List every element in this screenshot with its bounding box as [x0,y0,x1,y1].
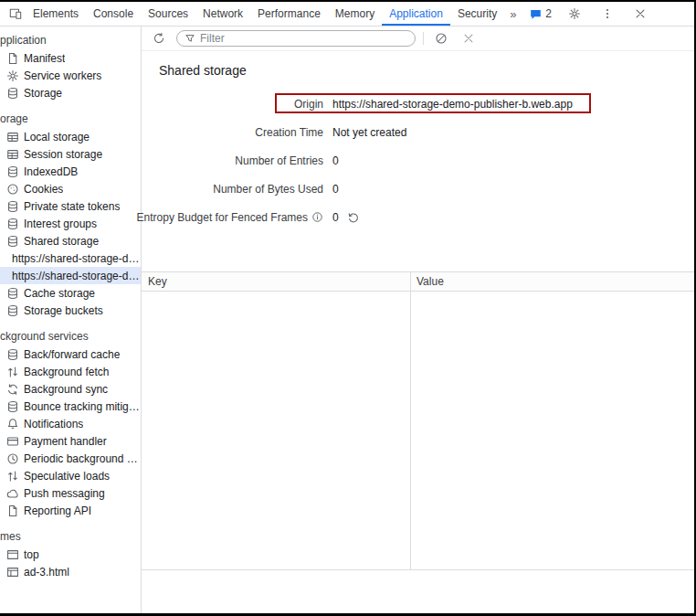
cookie-icon [6,183,19,196]
sidebar-section: pplicationManifestService workersStorage [0,32,141,101]
gear-icon [568,7,581,20]
sidebar-item-push-messaging[interactable]: Push messaging [0,484,141,502]
report-fields: Originhttps://shared-storage-demo-publis… [142,90,694,231]
tab-elements[interactable]: Elements [26,2,86,26]
sidebar-item-label: Cache storage [24,287,95,300]
filter-input[interactable]: Filter [176,30,416,47]
sidebar-item-label: Notifications [24,418,83,430]
tab-application[interactable]: Application [382,2,450,26]
tab-performance[interactable]: Performance [250,2,328,26]
column-divider [410,272,411,569]
sidebar-item-storage[interactable]: Storage [0,84,141,101]
sidebar-item-bounce-tracking-mitiga[interactable]: Bounce tracking mitiga… [0,398,141,415]
sidebar-item-label: Manifest [24,52,65,65]
issues-badge[interactable]: 2 [530,7,552,20]
sidebar-item-label: ad-3.html [24,566,69,579]
sidebar-item-speculative-loads[interactable]: Speculative loads [0,467,141,484]
shared-storage-toolbar: Filter [142,27,694,51]
sidebar-item-label: Payment handler [24,435,107,448]
updown-icon [6,470,19,483]
sidebar-item-ad-3-html[interactable]: ad-3.html [0,563,141,580]
close-devtools-button[interactable] [630,4,650,24]
sidebar-item-label: Service workers [24,69,101,82]
column-header-key[interactable]: Key [142,272,410,291]
main-menu-button[interactable] [597,4,617,24]
field-row-creation-time: Creation TimeNot yet created [142,118,694,146]
cloud-icon [6,487,19,500]
tab-console[interactable]: Console [86,2,141,26]
reset-budget-icon[interactable] [347,211,360,224]
tab-sources[interactable]: Sources [141,2,195,26]
sidebar-item-session-storage[interactable]: Session storage [0,145,141,163]
sidebar-item-label: Cookies [24,183,63,196]
tab-memory[interactable]: Memory [328,2,382,26]
delete-all-button[interactable] [431,28,451,48]
sidebar-item-cache-storage[interactable]: Cache storage [0,284,141,302]
sidebar-item-service-workers[interactable]: Service workers [0,67,141,84]
info-icon[interactable] [311,211,323,223]
table-body-empty [142,292,694,569]
settings-button[interactable] [564,4,585,24]
database-icon [6,348,19,361]
sidebar-item-manifest[interactable]: Manifest [0,49,141,67]
more-tabs-button[interactable]: » [504,2,522,26]
database-icon [6,218,19,230]
database-icon [6,304,19,317]
sidebar-item-notifications[interactable]: Notifications [0,415,141,432]
sidebar-item-shared-storage[interactable]: Shared storage [0,232,141,250]
field-label-text: Number of Bytes Used [213,183,323,196]
sidebar-section-header: mes [0,528,141,546]
field-label: Entropy Budget for Fenced Frames [142,211,323,224]
column-header-value[interactable]: Value [410,272,694,291]
sidebar-item-label: IndexedDB [24,165,78,178]
sidebar-section: ckground servicesBack/forward cacheBackg… [0,328,141,519]
sidebar-item-private-state-tokens[interactable]: Private state tokens [0,197,141,215]
delete-selected-button[interactable] [459,28,479,48]
field-value: 0 [332,154,339,167]
field-value: Not yet created [332,126,406,139]
field-label: Number of Entries [142,154,323,167]
sidebar-item-background-fetch[interactable]: Background fetch [0,363,141,380]
database-icon [6,200,19,213]
sidebar-item-interest-groups[interactable]: Interest groups [0,215,141,232]
sidebar-item-back-forward-cache[interactable]: Back/forward cache [0,345,141,363]
sidebar-item-periodic-background-s[interactable]: Periodic background s… [0,450,141,467]
sidebar-item-label: Bounce tracking mitiga… [24,400,141,413]
toggle-device-toolbar-button[interactable] [5,4,26,24]
shared-storage-report: Shared storage Originhttps://shared-stor… [142,51,694,231]
updown-icon [6,366,19,378]
sidebar-item-payment-handler[interactable]: Payment handler [0,432,141,450]
sync-icon [6,383,19,396]
sidebar-item-label: Private state tokens [24,200,120,213]
tab-network[interactable]: Network [195,2,250,26]
frame-icon [6,548,19,561]
sidebar-item-indexeddb[interactable]: IndexedDB [0,163,141,180]
sidebar-item-local-storage[interactable]: Local storage [0,128,141,145]
sidebar-item-storage-buckets[interactable]: Storage buckets [0,302,141,319]
database-icon [6,87,19,100]
sidebar-item-background-sync[interactable]: Background sync [0,380,141,398]
tab-security[interactable]: Security [450,2,504,26]
device-toolbar-icon [9,7,22,20]
database-icon [6,165,19,178]
field-label-text: Origin [294,98,323,111]
issues-count: 2 [545,7,552,20]
table-header-row: Key Value [142,272,694,292]
sidebar-item-https-shared-storage-d[interactable]: https://shared-storage-d… [0,267,141,284]
sidebar-item-label: Background fetch [24,366,109,378]
page-icon [6,504,19,517]
field-label-text: Number of Entries [235,154,323,167]
sidebar-item-cookies[interactable]: Cookies [0,180,141,197]
filter-funnel-icon [185,33,195,44]
refresh-button[interactable] [149,28,169,48]
sidebar-item-reporting-api[interactable]: Reporting API [0,502,141,519]
devtools-body: pplicationManifestService workersStorage… [0,27,694,613]
frame-ad-icon [6,566,19,579]
sidebar-section-header: pplication [0,32,141,49]
sidebar-item-top[interactable]: top [0,546,141,563]
devtools-window: ElementsConsoleSourcesNetworkPerformance… [0,0,696,616]
sidebar-item-https-shared-storage-d[interactable]: https://shared-storage-d… [0,250,141,267]
sidebar-item-label: Storage [24,87,62,100]
sidebar-item-label: Periodic background s… [24,452,141,465]
field-label-text: Entropy Budget for Fenced Frames [137,211,308,224]
